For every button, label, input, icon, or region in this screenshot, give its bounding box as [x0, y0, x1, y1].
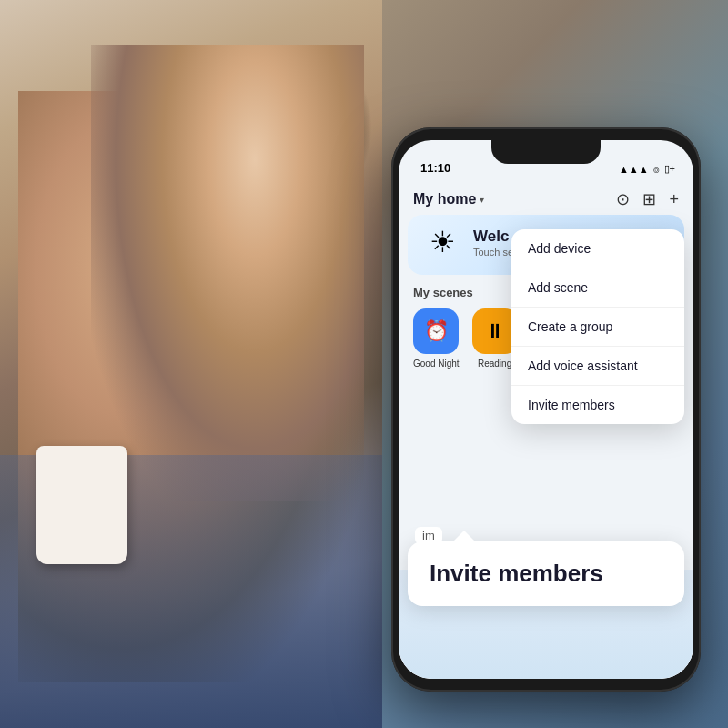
scan-icon[interactable]: ⊙	[616, 189, 630, 209]
home-title: My home	[413, 191, 476, 207]
chevron-down-icon: ▾	[480, 195, 484, 205]
invite-title: Invite members	[430, 560, 662, 588]
reading-label: Reading	[478, 359, 511, 369]
menu-add-voice-assistant[interactable]: Add voice assistant	[511, 347, 684, 386]
signal-icon: ▲▲▲	[619, 164, 649, 175]
phone-body: 11:10 ▲▲▲ ⌾ ▯+ My home ▾ ⊙ ⊞	[391, 127, 701, 692]
skin-tones-2	[91, 46, 364, 500]
phone-notch	[491, 140, 601, 164]
wifi-icon: ⌾	[653, 164, 660, 175]
add-icon[interactable]: +	[669, 190, 679, 209]
menu-add-scene[interactable]: Add scene	[511, 268, 684, 308]
menu-create-group[interactable]: Create a group	[511, 308, 684, 347]
header-actions: ⊙ ⊞ +	[616, 189, 679, 209]
good-night-icon-bg: ⏰	[413, 308, 459, 354]
dropdown-menu: Add device Add scene Create a group Add …	[511, 229, 684, 424]
edit-icon[interactable]: ⊞	[642, 189, 656, 209]
good-night-label: Good Night	[413, 359, 460, 369]
app-content: My home ▾ ⊙ ⊞ + ☀ Welc	[399, 180, 693, 679]
menu-add-device[interactable]: Add device	[511, 229, 684, 268]
status-time: 11:10	[420, 161, 450, 175]
phone-device: 11:10 ▲▲▲ ⌾ ▯+ My home ▾ ⊙ ⊞	[391, 127, 701, 692]
app-header: My home ▾ ⊙ ⊞ +	[399, 180, 693, 215]
menu-invite-members[interactable]: Invite members	[511, 386, 684, 424]
home-selector[interactable]: My home ▾	[413, 191, 484, 207]
im-label: im	[415, 527, 442, 544]
status-icons: ▲▲▲ ⌾ ▯+	[619, 163, 675, 175]
good-night-icon: ⏰	[424, 319, 449, 343]
scene-good-night[interactable]: ⏰ Good Night	[413, 308, 460, 369]
reading-icon: ⏸	[485, 319, 505, 343]
coffee-mug	[36, 446, 127, 564]
people-photo	[0, 0, 382, 728]
battery-icon: ▯+	[664, 163, 675, 175]
sun-icon: ☀	[422, 222, 462, 262]
phone-screen: 11:10 ▲▲▲ ⌾ ▯+ My home ▾ ⊙ ⊞	[399, 140, 693, 679]
invite-callout: Invite members	[408, 541, 684, 606]
